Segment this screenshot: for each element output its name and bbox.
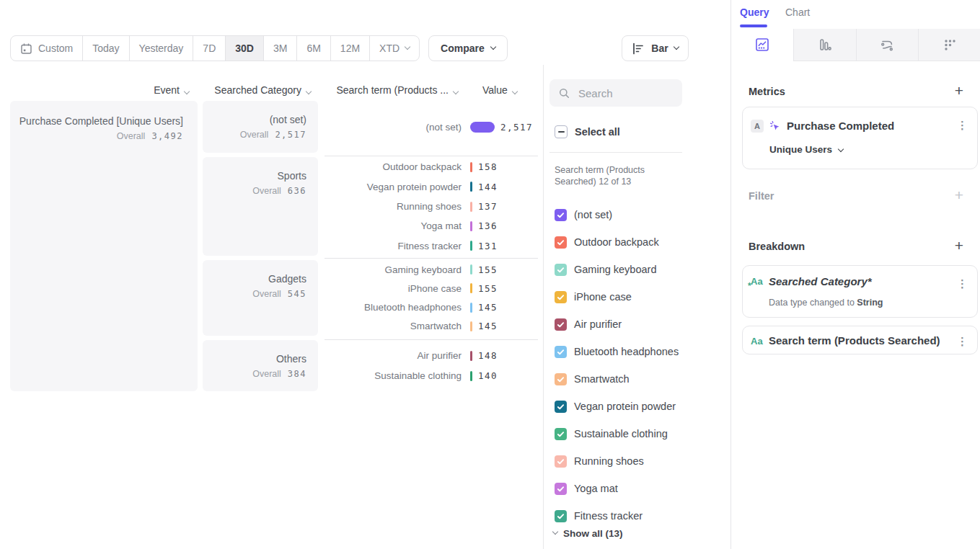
category-cell[interactable]: (not set) Overall2,517 [203, 101, 318, 153]
checkbox[interactable] [555, 510, 567, 522]
filter-list-item[interactable]: Air purifier [555, 311, 679, 338]
filter-list-item[interactable]: Fitness tracker [555, 502, 679, 530]
event-icon [769, 120, 781, 132]
tab-chart[interactable]: Chart [785, 6, 810, 18]
category-cell[interactable]: Sports Overall636 [203, 157, 318, 256]
term-row[interactable]: Running shoes 137 [325, 197, 539, 216]
tab-flows[interactable] [856, 29, 919, 61]
metrics-heading: Metrics [749, 86, 785, 97]
column-header-search-term[interactable]: Search term (Products ... [303, 84, 458, 96]
breakdown-label: Search term (Products Searched) [769, 334, 940, 347]
category-cell[interactable]: Gadgets Overall545 [203, 260, 318, 336]
select-all-row[interactable]: Select all [555, 125, 620, 138]
filter-list-item[interactable]: iPhone case [555, 283, 679, 311]
category-name: Others [203, 353, 306, 365]
kebab-menu-icon[interactable]: ⋮ [957, 277, 968, 290]
checkbox[interactable] [555, 401, 567, 413]
filter-list-item[interactable]: Vegan protein powder [555, 393, 679, 420]
term-row[interactable]: Vegan protein powder 144 [325, 177, 539, 196]
term-row[interactable]: (not set) 2,517 [325, 117, 539, 137]
date-range-button[interactable]: Today [83, 36, 129, 61]
event-name: Purchase Completed [Unique Users] [10, 115, 183, 127]
checkbox[interactable] [555, 373, 567, 385]
checkbox[interactable] [555, 209, 567, 221]
group-separator [325, 339, 538, 340]
term-row[interactable]: Yoga mat 136 [325, 216, 539, 236]
measurement-selector[interactable]: Unique Users [769, 144, 843, 155]
tab-retention[interactable] [918, 29, 980, 61]
category-cell[interactable]: Others Overall384 [203, 340, 318, 391]
term-row[interactable]: Gaming keyboard 155 [325, 260, 539, 279]
date-range-group: Custom Today Yesterday 7D 30D 3M 6M 12M [10, 35, 420, 61]
checkbox[interactable] [555, 236, 567, 249]
category-overall: Overall2,517 [203, 130, 306, 140]
add-filter-button[interactable]: + [951, 188, 967, 202]
date-range-button[interactable]: Yesterday [130, 36, 194, 61]
filter-list-item[interactable]: Smartwatch [555, 365, 679, 393]
filter-list-item[interactable]: Sustainable clothing [555, 420, 679, 447]
breakdown-note: Data type changed to String [769, 298, 883, 308]
kebab-menu-icon[interactable]: ⋮ [957, 335, 968, 348]
date-range-button[interactable]: XTD [370, 36, 419, 61]
value-bar [470, 283, 472, 293]
term-row[interactable]: Bluetooth headphones 145 [325, 298, 539, 317]
metric-card[interactable]: A Purchase Completed ⋮ Unique Users [742, 107, 978, 169]
filter-list-item[interactable]: Yoga mat [555, 475, 679, 502]
flows-icon [879, 37, 895, 53]
search-input[interactable] [577, 86, 671, 100]
date-range-button[interactable]: 12M [331, 36, 370, 61]
filter-search[interactable] [549, 79, 682, 107]
term-value: 155 [478, 264, 498, 275]
column-header-searched-category[interactable]: Searched Category [203, 84, 311, 96]
checkbox[interactable] [555, 291, 567, 303]
term-value: 137 [478, 201, 498, 212]
compare-button[interactable]: Compare [428, 35, 508, 61]
event-cell[interactable]: Purchase Completed [Unique Users] Overal… [10, 101, 198, 391]
column-header-event[interactable]: Event [10, 84, 189, 96]
kebab-menu-icon[interactable]: ⋮ [957, 119, 968, 132]
term-row[interactable]: iPhone case 155 [325, 279, 539, 298]
filter-list-item[interactable]: Outdoor backpack [555, 228, 679, 256]
term-label: Running shoes [325, 201, 462, 212]
checkbox[interactable] [555, 264, 567, 276]
filter-list-item[interactable]: (not set) [555, 201, 679, 228]
add-metric-button[interactable]: + [951, 84, 967, 98]
term-label: Smartwatch [325, 321, 462, 331]
filter-item-label: Gaming keyboard [574, 264, 656, 275]
date-range-button[interactable]: 30D [226, 36, 264, 61]
breakdown-card-search-term[interactable]: Aa Search term (Products Searched) ⋮ [742, 326, 978, 354]
checkbox[interactable] [555, 428, 567, 440]
tab-funnels[interactable] [793, 29, 856, 61]
term-row[interactable]: Fitness tracker 131 [325, 236, 539, 256]
term-row[interactable]: Air purifier 148 [325, 346, 539, 366]
date-range-button[interactable]: 7D [193, 36, 226, 61]
add-breakdown-button[interactable]: + [951, 238, 967, 253]
term-group: (not set) 2,517 [325, 101, 539, 153]
select-all-checkbox[interactable] [555, 125, 568, 138]
filter-list-item[interactable]: Running shoes [555, 447, 679, 475]
column-header-value[interactable]: Value [482, 84, 517, 96]
term-label: (not set) [325, 122, 462, 133]
filter-heading: Filter [749, 190, 774, 202]
tab-query[interactable]: Query [740, 6, 769, 18]
breakdown-card-searched-category[interactable]: Aa* Searched Category* ⋮ Data type chang… [742, 265, 978, 318]
checkbox[interactable] [555, 455, 567, 468]
filter-list-item[interactable]: Bluetooth headphones [555, 338, 679, 365]
term-value: 158 [478, 161, 498, 172]
checkbox[interactable] [555, 483, 567, 495]
group-separator [325, 156, 538, 156]
tab-insights[interactable] [731, 29, 793, 61]
date-range-button[interactable]: Custom [11, 36, 83, 61]
filter-list-item[interactable]: Gaming keyboard [555, 256, 679, 283]
term-row[interactable]: Sustainable clothing 140 [325, 366, 539, 386]
checkbox[interactable] [555, 318, 567, 331]
show-all-button[interactable]: Show all (13) [553, 528, 623, 539]
term-row[interactable]: Smartwatch 145 [325, 317, 539, 336]
filter-item-label: Bluetooth headphones [574, 346, 679, 357]
date-range-button[interactable]: 3M [264, 36, 297, 61]
chart-type-button[interactable]: Bar [622, 35, 689, 61]
term-row[interactable]: Outdoor backpack 158 [325, 157, 539, 177]
date-range-button[interactable]: 6M [297, 36, 330, 61]
select-all-label: Select all [575, 126, 620, 138]
checkbox[interactable] [555, 346, 567, 358]
